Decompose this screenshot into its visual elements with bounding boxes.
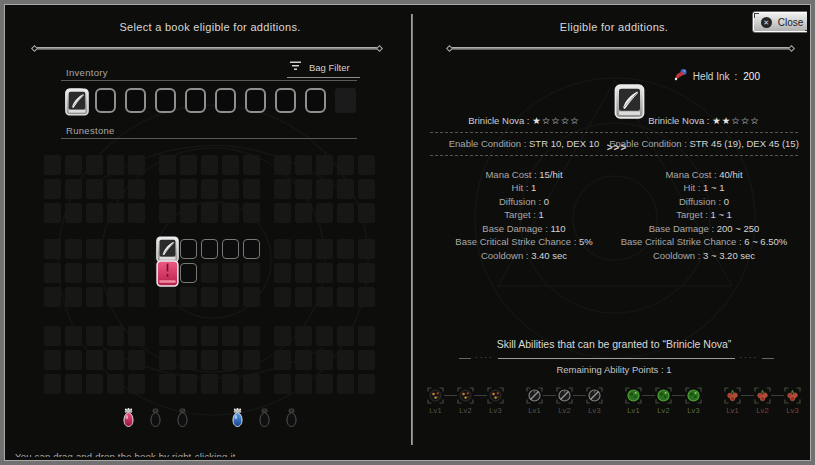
grid-cell[interactable] bbox=[201, 239, 218, 259]
grid-cell[interactable] bbox=[316, 239, 333, 259]
inventory-slot[interactable] bbox=[65, 88, 86, 113]
grid-cell[interactable] bbox=[107, 263, 124, 283]
inventory-slot[interactable] bbox=[305, 88, 326, 113]
grid-cell[interactable] bbox=[65, 239, 82, 259]
grid-cell[interactable] bbox=[44, 326, 61, 346]
grid-cell[interactable] bbox=[358, 203, 375, 223]
grid-cell[interactable] bbox=[180, 326, 197, 346]
grid-cell[interactable] bbox=[159, 239, 176, 259]
grid-cell[interactable] bbox=[243, 326, 260, 346]
grid-cell[interactable] bbox=[243, 374, 260, 394]
grid-cell[interactable] bbox=[86, 287, 103, 307]
grid-cell[interactable] bbox=[180, 287, 197, 307]
grid-cell[interactable] bbox=[107, 287, 124, 307]
inventory-slot[interactable] bbox=[185, 88, 206, 113]
grid-cell[interactable] bbox=[107, 239, 124, 259]
grid-cell[interactable] bbox=[107, 203, 124, 223]
grid-cell[interactable] bbox=[128, 239, 145, 259]
grid-cell[interactable] bbox=[243, 155, 260, 175]
ability-node[interactable]: Lv3 bbox=[784, 387, 801, 415]
inventory-slot[interactable] bbox=[125, 88, 146, 113]
bag-filter-button[interactable]: Bag Filter bbox=[287, 61, 360, 78]
ability-node[interactable]: Lv2 bbox=[457, 387, 474, 415]
grid-cell[interactable] bbox=[337, 263, 354, 283]
grid-cell[interactable] bbox=[159, 326, 176, 346]
charm-blue-icon[interactable] bbox=[231, 408, 244, 429]
ability-node[interactable]: Lv1 bbox=[724, 387, 741, 415]
grid-cell[interactable] bbox=[243, 350, 260, 370]
grid-cell[interactable] bbox=[295, 350, 312, 370]
grid-cell[interactable] bbox=[201, 374, 218, 394]
grid-cell[interactable] bbox=[159, 287, 176, 307]
grid-cell[interactable] bbox=[222, 287, 239, 307]
grid-cell[interactable] bbox=[180, 263, 197, 283]
grid-cell[interactable] bbox=[65, 287, 82, 307]
grid-cell[interactable] bbox=[65, 179, 82, 199]
grid-cell[interactable] bbox=[86, 179, 103, 199]
grid-cell[interactable] bbox=[44, 374, 61, 394]
grid-cell[interactable] bbox=[222, 326, 239, 346]
grid-cell[interactable] bbox=[358, 350, 375, 370]
grid-cell[interactable] bbox=[107, 155, 124, 175]
grid-cell[interactable] bbox=[295, 239, 312, 259]
grid-cell[interactable] bbox=[86, 350, 103, 370]
grid-cell[interactable] bbox=[86, 326, 103, 346]
grid-cell[interactable] bbox=[128, 350, 145, 370]
grid-cell[interactable] bbox=[316, 203, 333, 223]
grid-cell[interactable] bbox=[358, 326, 375, 346]
charm-empty-icon[interactable] bbox=[258, 408, 271, 429]
ability-node[interactable]: Lv3 bbox=[586, 387, 603, 415]
grid-cell[interactable] bbox=[86, 203, 103, 223]
grid-cell[interactable] bbox=[159, 263, 176, 283]
grid-cell[interactable] bbox=[295, 203, 312, 223]
grid-cell[interactable] bbox=[316, 155, 333, 175]
grid-cell[interactable] bbox=[243, 203, 260, 223]
grid-cell[interactable] bbox=[222, 179, 239, 199]
grid-cell[interactable] bbox=[337, 326, 354, 346]
grid-cell[interactable] bbox=[358, 287, 375, 307]
grid-cell[interactable] bbox=[358, 179, 375, 199]
inventory-slot[interactable] bbox=[245, 88, 266, 113]
grid-cell[interactable] bbox=[128, 287, 145, 307]
grid-cell[interactable] bbox=[295, 326, 312, 346]
grid-cell[interactable] bbox=[128, 374, 145, 394]
grid-cell[interactable] bbox=[107, 350, 124, 370]
grid-cell[interactable] bbox=[180, 179, 197, 199]
ability-node[interactable]: Lv1 bbox=[526, 387, 543, 415]
grid-cell[interactable] bbox=[159, 203, 176, 223]
grid-cell[interactable] bbox=[222, 155, 239, 175]
grid-cell[interactable] bbox=[316, 179, 333, 199]
grid-cell[interactable] bbox=[128, 203, 145, 223]
grid-cell[interactable] bbox=[159, 350, 176, 370]
grid-cell[interactable] bbox=[243, 239, 260, 259]
grid-cell[interactable] bbox=[44, 287, 61, 307]
grid-cell[interactable] bbox=[222, 374, 239, 394]
grid-cell[interactable] bbox=[295, 155, 312, 175]
grid-cell[interactable] bbox=[86, 239, 103, 259]
grid-cell[interactable] bbox=[128, 179, 145, 199]
grid-cell[interactable] bbox=[180, 203, 197, 223]
grid-cell[interactable] bbox=[295, 374, 312, 394]
grid-cell[interactable] bbox=[44, 263, 61, 283]
ability-node[interactable]: Lv3 bbox=[487, 387, 504, 415]
grid-cell[interactable] bbox=[44, 179, 61, 199]
grid-cell[interactable] bbox=[222, 263, 239, 283]
charm-red-icon[interactable] bbox=[122, 408, 135, 429]
grid-cell[interactable] bbox=[107, 326, 124, 346]
grid-cell[interactable] bbox=[274, 239, 291, 259]
grid-cell[interactable] bbox=[128, 263, 145, 283]
charm-empty-icon[interactable] bbox=[176, 408, 189, 429]
grid-cell[interactable] bbox=[274, 326, 291, 346]
grid-cell[interactable] bbox=[316, 350, 333, 370]
grid-cell[interactable] bbox=[337, 203, 354, 223]
grid-cell[interactable] bbox=[274, 203, 291, 223]
grid-cell[interactable] bbox=[44, 239, 61, 259]
grid-cell[interactable] bbox=[65, 326, 82, 346]
grid-cell[interactable] bbox=[180, 350, 197, 370]
grid-cell[interactable] bbox=[243, 263, 260, 283]
grid-cell[interactable] bbox=[201, 155, 218, 175]
grid-cell[interactable] bbox=[86, 374, 103, 394]
grid-cell[interactable] bbox=[358, 263, 375, 283]
inventory-slot[interactable] bbox=[155, 88, 176, 113]
grid-cell[interactable] bbox=[222, 239, 239, 259]
